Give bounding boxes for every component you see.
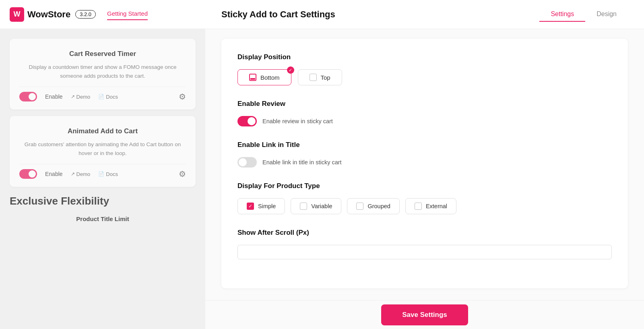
product-type-section: Display For Product Type ✓ Simple Variab…: [237, 182, 612, 214]
variable-checkbox: [300, 203, 307, 210]
animated-gear-icon[interactable]: ⚙: [179, 169, 186, 179]
left-background-panel: W WowStore 3.2.0 Getting Started Cart Re…: [0, 0, 205, 329]
settings-panel: Sticky Add to Cart Settings Settings Des…: [205, 0, 644, 329]
grouped-checkbox: [356, 203, 363, 210]
timer-enable-label: Enable: [45, 93, 63, 100]
grouped-label: Grouped: [367, 203, 390, 209]
product-type-simple[interactable]: ✓ Simple: [237, 198, 285, 214]
top-checkbox: [310, 74, 317, 81]
card-timer-desc: Display a countdown timer and show a FOM…: [19, 63, 186, 80]
variable-label: Variable: [311, 203, 332, 209]
card-animated-footer: Enable ↗ Demo 📄 Docs ⚙: [19, 164, 186, 179]
timer-enable-toggle[interactable]: [19, 92, 37, 101]
enable-link-title-section: Enable Link in Title Enable link in titl…: [237, 141, 612, 168]
demo-label2: Demo: [76, 171, 91, 177]
position-bottom-label: Bottom: [260, 74, 280, 81]
settings-tabs: Settings Design: [539, 7, 628, 22]
product-type-label: Display For Product Type: [237, 182, 612, 190]
docs-icon2: 📄: [98, 171, 104, 177]
product-type-external[interactable]: External: [405, 198, 456, 214]
bottom-icon: [249, 74, 256, 81]
timer-gear-icon[interactable]: ⚙: [179, 92, 186, 101]
simple-label: Simple: [258, 203, 276, 209]
demo-icon: ↗: [71, 94, 75, 99]
position-options: ✓ Bottom Top: [237, 69, 612, 85]
tab-settings[interactable]: Settings: [539, 7, 585, 22]
logo-icon: W: [10, 7, 24, 22]
position-top-label: Top: [321, 74, 330, 81]
review-toggle-row: Enable review in sticky cart: [237, 116, 612, 126]
card-timer-title: Cart Reserved Timer: [19, 50, 186, 58]
demo-label: Demo: [76, 94, 91, 100]
display-position-section: Display Position ✓ Bottom Top: [237, 53, 612, 85]
product-type-variable[interactable]: Variable: [291, 198, 341, 214]
scroll-input[interactable]: [237, 245, 612, 259]
settings-title: Sticky Add to Cart Settings: [221, 9, 539, 20]
product-type-options: ✓ Simple Variable Grouped External: [237, 198, 612, 214]
scroll-section: Show After Scroll (Px): [237, 229, 612, 259]
nav-getting-started[interactable]: Getting Started: [107, 10, 148, 19]
review-toggle[interactable]: [237, 116, 257, 126]
card-animated-title: Animated Add to Cart: [19, 127, 186, 135]
app-logo: W WowStore: [10, 7, 70, 22]
save-bar: Save Settings: [205, 300, 644, 329]
position-bottom-btn[interactable]: ✓ Bottom: [237, 69, 291, 85]
timer-docs-link[interactable]: 📄 Docs: [98, 94, 118, 100]
save-settings-button[interactable]: Save Settings: [381, 304, 468, 325]
section-flexibility: Exclusive Flexibility: [10, 195, 196, 207]
link-title-toggle-row: Enable link in title in sticky cart: [237, 157, 612, 168]
docs-label2: Docs: [106, 171, 118, 177]
top-bar: W WowStore 3.2.0 Getting Started: [0, 0, 205, 29]
logo-text: WowStore: [27, 9, 70, 20]
animated-demo-link[interactable]: ↗ Demo: [71, 171, 91, 177]
review-toggle-desc: Enable review in sticky cart: [262, 118, 333, 124]
bottom-icon-bar: [250, 78, 255, 80]
scroll-label: Show After Scroll (Px): [237, 229, 612, 237]
settings-card: Display Position ✓ Bottom Top: [221, 39, 628, 288]
sub-product-title: Product Title Limit: [10, 211, 196, 224]
external-label: External: [426, 203, 447, 209]
simple-checkbox-checked: ✓: [247, 203, 254, 210]
product-type-grouped[interactable]: Grouped: [347, 198, 399, 214]
timer-demo-link[interactable]: ↗ Demo: [71, 94, 91, 100]
docs-icon: 📄: [98, 94, 104, 99]
card-animated-cart: Animated Add to Cart Grab customers' att…: [10, 116, 196, 187]
animated-enable-toggle[interactable]: [19, 169, 37, 179]
external-checkbox: [415, 203, 422, 210]
demo-icon2: ↗: [71, 171, 75, 177]
animated-enable-label: Enable: [45, 171, 63, 177]
settings-body: Display Position ✓ Bottom Top: [205, 29, 644, 329]
bottom-check-badge: ✓: [287, 66, 294, 74]
card-timer-footer: Enable ↗ Demo 📄 Docs ⚙: [19, 87, 186, 101]
display-position-label: Display Position: [237, 53, 612, 61]
position-top-btn[interactable]: Top: [298, 69, 342, 85]
link-title-toggle[interactable]: [237, 157, 257, 168]
animated-docs-link[interactable]: 📄 Docs: [98, 171, 118, 177]
settings-header: Sticky Add to Cart Settings Settings Des…: [205, 0, 644, 29]
enable-review-label: Enable Review: [237, 100, 612, 108]
link-title-toggle-desc: Enable link in title in sticky cart: [262, 159, 342, 166]
enable-link-title-label: Enable Link in Title: [237, 141, 612, 149]
version-badge: 3.2.0: [75, 10, 96, 19]
enable-review-section: Enable Review Enable review in sticky ca…: [237, 100, 612, 126]
tab-design[interactable]: Design: [585, 7, 628, 22]
left-content: Cart Reserved Timer Display a countdown …: [0, 29, 205, 329]
card-animated-desc: Grab customers' attention by animating t…: [19, 140, 186, 157]
card-cart-timer: Cart Reserved Timer Display a countdown …: [10, 39, 196, 110]
docs-label: Docs: [106, 94, 118, 100]
